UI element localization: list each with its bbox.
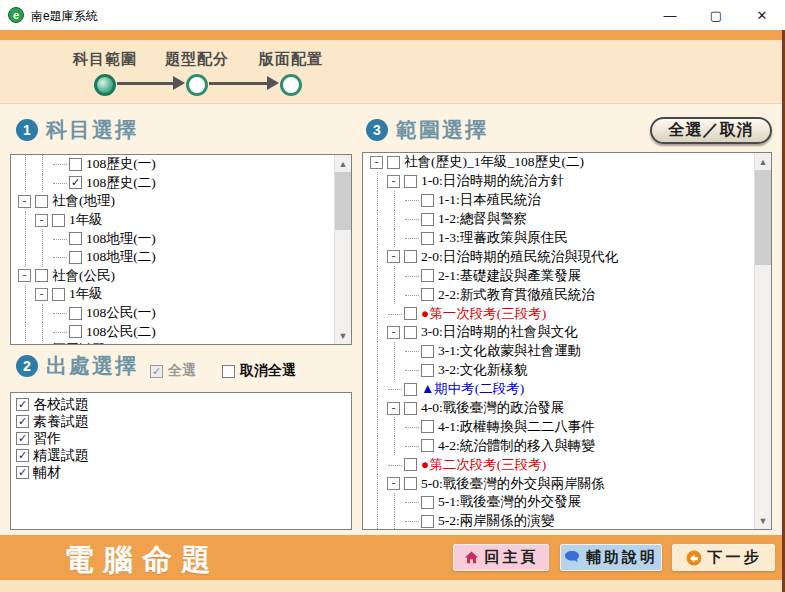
tree-item[interactable]: -2-0:日治時期的殖民統治與現代化 xyxy=(363,247,754,266)
collapse-icon[interactable]: - xyxy=(387,326,400,339)
tree-item[interactable]: 5-1:戰後臺灣的外交發展 xyxy=(363,493,754,512)
collapse-icon[interactable]: - xyxy=(387,477,400,490)
collapse-icon[interactable]: - xyxy=(18,195,31,208)
scrollbar-thumb[interactable] xyxy=(755,170,771,265)
tree-item[interactable]: -4-0:戰後臺灣的政治發展 xyxy=(363,399,754,418)
checkbox[interactable]: ✓ xyxy=(16,415,29,428)
checkbox[interactable] xyxy=(421,345,434,358)
step-circle-2[interactable] xyxy=(186,74,208,96)
tree-item[interactable]: -1-0:日治時期的統治方針 xyxy=(363,172,754,191)
checkbox[interactable] xyxy=(421,288,434,301)
maximize-button[interactable]: ▢ xyxy=(693,0,739,30)
checkbox[interactable] xyxy=(35,195,48,208)
tree-item[interactable]: 108公民(二) xyxy=(11,322,334,341)
deselect-all-checkbox[interactable]: 取消全選 xyxy=(222,362,296,380)
checkbox[interactable]: ✓ xyxy=(69,176,82,189)
close-button[interactable]: ✕ xyxy=(739,0,785,30)
checkbox[interactable] xyxy=(35,344,48,345)
checkbox[interactable] xyxy=(404,402,417,415)
source-list-item[interactable]: ✓精選試題 xyxy=(11,447,351,464)
checkbox[interactable] xyxy=(421,213,434,226)
tree-item[interactable]: 3-1:文化啟蒙與社會運動 xyxy=(363,342,754,361)
tree-item[interactable]: -1年級 xyxy=(11,285,334,304)
checkbox[interactable] xyxy=(404,250,417,263)
tree-item[interactable]: 108地理(二) xyxy=(11,248,334,267)
tree-item[interactable]: -5-0:戰後臺灣的外交與兩岸關係 xyxy=(363,474,754,493)
tree-item[interactable]: 4-2:統治體制的移入與轉變 xyxy=(363,436,754,455)
checkbox[interactable] xyxy=(421,515,434,528)
collapse-icon[interactable]: - xyxy=(35,288,48,301)
checkbox[interactable] xyxy=(69,158,82,171)
tree-item[interactable]: 1-2:總督與警察 xyxy=(363,210,754,229)
checkbox[interactable] xyxy=(69,232,82,245)
checkbox[interactable] xyxy=(387,156,400,169)
scroll-up-icon[interactable]: ▲ xyxy=(335,155,351,172)
collapse-icon[interactable]: - xyxy=(370,156,383,169)
scrollbar-thumb[interactable] xyxy=(335,172,351,230)
source-list-item[interactable]: ✓素養試題 xyxy=(11,413,351,430)
scroll-down-icon[interactable]: ▼ xyxy=(755,512,771,529)
checkbox[interactable] xyxy=(421,232,434,245)
checkbox[interactable] xyxy=(404,175,417,188)
checkbox[interactable] xyxy=(421,269,434,282)
checkbox[interactable] xyxy=(421,496,434,509)
checkbox[interactable] xyxy=(35,269,48,282)
checkbox[interactable] xyxy=(421,364,434,377)
tree-item[interactable]: 2-2:新式教育貫徹殖民統治 xyxy=(363,285,754,304)
tree-item[interactable]: 1-1:日本殖民統治 xyxy=(363,191,754,210)
checkbox[interactable]: ✓ xyxy=(16,449,29,462)
checkbox[interactable] xyxy=(404,307,417,320)
tree-item[interactable]: -社會(地理) xyxy=(11,192,334,211)
checkbox[interactable] xyxy=(404,383,417,396)
tree-item[interactable]: 2-1:基礎建設與產業發展 xyxy=(363,266,754,285)
checkbox[interactable] xyxy=(69,251,82,264)
checkbox[interactable] xyxy=(421,420,434,433)
checkbox[interactable] xyxy=(69,325,82,338)
tree-item[interactable]: -3-0:日治時期的社會與文化 xyxy=(363,323,754,342)
source-list-item[interactable]: ✓輔材 xyxy=(11,464,351,481)
checkbox[interactable] xyxy=(69,307,82,320)
tree-item[interactable]: -社會(歷史)_1年級_108歷史(二) xyxy=(363,153,754,172)
collapse-icon[interactable]: - xyxy=(387,402,400,415)
checkbox[interactable]: ✓ xyxy=(16,432,29,445)
tree-item[interactable]: ●第一次段考(三段考) xyxy=(363,304,754,323)
tree-item[interactable]: ▲期中考(二段考) xyxy=(363,380,754,399)
scroll-up-icon[interactable]: ▲ xyxy=(755,153,771,170)
source-list-item[interactable]: ✓各校試題 xyxy=(11,396,351,413)
tree-item[interactable]: 3-2:文化新樣貌 xyxy=(363,361,754,380)
minimize-button[interactable]: — xyxy=(647,0,693,30)
collapse-icon[interactable]: - xyxy=(18,269,31,282)
help-button[interactable]: 輔助說明 xyxy=(560,544,662,571)
checkbox[interactable] xyxy=(404,458,417,471)
tree-item[interactable]: -1年級 xyxy=(11,211,334,230)
select-all-checkbox[interactable]: ✓ 全選 xyxy=(150,362,196,380)
scroll-down-icon[interactable]: ▼ xyxy=(335,327,351,344)
checkbox[interactable]: ✓ xyxy=(16,466,29,479)
checkbox[interactable] xyxy=(404,326,417,339)
tree-item[interactable]: -歷屆試題 xyxy=(11,341,334,345)
collapse-icon[interactable]: - xyxy=(35,214,48,227)
checkbox[interactable] xyxy=(421,194,434,207)
tree-item[interactable]: ✓108歷史(二) xyxy=(11,174,334,193)
source-list-item[interactable]: ✓習作 xyxy=(11,430,351,447)
tree-item[interactable]: ●第二次段考(三段考) xyxy=(363,455,754,474)
collapse-icon[interactable]: - xyxy=(387,175,400,188)
checkbox[interactable] xyxy=(421,439,434,452)
tree-item[interactable]: 108歷史(一) xyxy=(11,155,334,174)
home-button[interactable]: 回主頁 xyxy=(453,544,549,571)
checkbox[interactable]: ✓ xyxy=(16,398,29,411)
collapse-icon[interactable]: - xyxy=(387,250,400,263)
step-circle-3[interactable] xyxy=(280,74,302,96)
checkbox[interactable]: ✓ xyxy=(150,365,163,378)
tree-item[interactable]: 108地理(一) xyxy=(11,229,334,248)
tree-item[interactable]: 108公民(一) xyxy=(11,304,334,323)
tree-item[interactable]: 5-2:兩岸關係的演變 xyxy=(363,512,754,530)
step-circle-1[interactable] xyxy=(94,74,116,96)
tree-item[interactable]: 1-3:理蕃政策與原住民 xyxy=(363,229,754,248)
tree-item[interactable]: -社會(公民) xyxy=(11,267,334,286)
toggle-all-button[interactable]: 全選／取消 xyxy=(650,117,772,144)
checkbox[interactable] xyxy=(404,477,417,490)
checkbox[interactable] xyxy=(52,214,65,227)
tree-item[interactable]: 4-1:政權轉換與二二八事件 xyxy=(363,417,754,436)
collapse-icon[interactable]: - xyxy=(18,344,31,345)
